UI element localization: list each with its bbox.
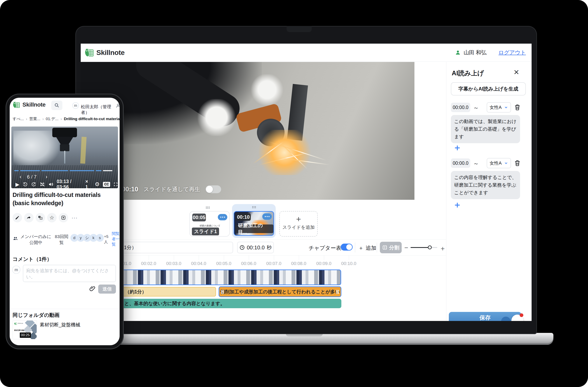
- view-count: 83回閲覧: [55, 233, 69, 245]
- comment-avatar: m: [12, 266, 20, 274]
- add-slide-button[interactable]: ＋ スライドを追加: [279, 211, 318, 237]
- ai-entry-text[interactable]: この動画では、製造業における「研磨加工の基礎」を学びます: [451, 115, 520, 143]
- slide2-drag-handle[interactable]: [252, 206, 253, 207]
- delete-entry-button[interactable]: [514, 104, 521, 111]
- avatar[interactable]: m: [72, 102, 79, 109]
- split-icon: [382, 245, 387, 250]
- add-entry-button[interactable]: ＋: [453, 144, 462, 151]
- prev-slide-button[interactable]: ‹: [20, 174, 21, 180]
- forward-5-icon[interactable]: 5: [31, 181, 36, 187]
- ai-entry-text[interactable]: この内容を理解することで、研磨加工に関する業務を学ぶことができます: [451, 171, 520, 199]
- favorite-button[interactable]: ☆: [47, 213, 57, 222]
- breadcrumb-item[interactable]: すべ...: [13, 116, 24, 122]
- save-button[interactable]: 保存: [449, 312, 521, 321]
- logout-link[interactable]: ログアウト: [499, 49, 526, 56]
- phone-bezel: Skillnote m 松田太郎（管理者） すべ... › 営業... › 01…: [5, 94, 124, 349]
- divider: [81, 255, 446, 256]
- download-button[interactable]: [59, 213, 68, 222]
- delete-entry-button[interactable]: [514, 159, 521, 167]
- no-repeat-icon[interactable]: [40, 181, 45, 187]
- ruler-tick: 00:06.0: [241, 261, 256, 266]
- paperclip-attach-button[interactable]: [89, 285, 96, 292]
- ruler-tick: 00:02.0: [141, 261, 156, 266]
- fullscreen-icon[interactable]: [113, 182, 118, 187]
- brand-name: Skillnote: [22, 101, 45, 108]
- caption-segment-orange-selected[interactable]: 切削加工や成形加工の後工程として行われることが多い: [219, 286, 341, 297]
- zoom-out-button[interactable]: −: [404, 244, 408, 252]
- close-icon[interactable]: ✕: [513, 68, 519, 76]
- share-button[interactable]: [24, 213, 34, 222]
- viewers-list-link[interactable]: 閲覧者一覧: [112, 231, 120, 247]
- slide1-more-button[interactable]: [218, 214, 227, 220]
- more-actions-button[interactable]: ⋯: [71, 214, 78, 221]
- play-through-toggle[interactable]: [206, 185, 221, 193]
- laptop-camera-notch: [287, 26, 312, 32]
- slide2-thumbnail: 00:10 研磨加工の目...: [234, 211, 274, 236]
- phone-user-name[interactable]: 松田太郎（管理者）: [81, 104, 120, 116]
- voice-select[interactable]: 女性A: [487, 102, 511, 113]
- slide2-time-badge: 00:10: [236, 213, 251, 221]
- split-label: 分割: [389, 244, 399, 251]
- video-progress-bar[interactable]: [14, 170, 112, 171]
- comment-input[interactable]: [23, 265, 116, 282]
- voice-value: 女性A: [490, 160, 502, 166]
- breadcrumb-item[interactable]: 01.デ...: [46, 116, 59, 122]
- svg-text:5: 5: [25, 183, 26, 186]
- range-tilde: ～: [473, 160, 479, 168]
- person-icon[interactable]: [116, 103, 120, 108]
- owl-logo-icon: [13, 101, 20, 108]
- video-glove: [196, 99, 237, 136]
- brand-name: Skillnote: [96, 49, 125, 57]
- zoom-slider-track[interactable]: [411, 247, 429, 248]
- translate-button[interactable]: 文 A: [36, 213, 45, 222]
- caption-segment-yellow[interactable]: （約1分）: [115, 287, 216, 296]
- add-chapter-button[interactable]: ＋ 追加: [358, 244, 376, 252]
- folder-video-thumbnail[interactable]: Skillnote 素材切断 旋盤機械 00:25: [13, 320, 37, 339]
- edit-button[interactable]: [13, 213, 22, 222]
- next-slide-button[interactable]: ›: [45, 174, 47, 180]
- ai-entry-row: 00:00.0 ～ 女性A: [446, 158, 532, 169]
- captions-button[interactable]: CC: [103, 182, 110, 187]
- video-filmstrip-track[interactable]: [115, 270, 341, 285]
- voice-select[interactable]: 女性A: [487, 158, 511, 168]
- chapter-title-input[interactable]: [112, 242, 233, 253]
- slide2-more-button[interactable]: [262, 213, 272, 220]
- same-folder-heading: 同じフォルダの動画: [13, 312, 60, 318]
- start-time-input[interactable]: 00:00.0: [451, 103, 470, 112]
- slide1-drag-handle[interactable]: [206, 207, 207, 207]
- divider: [10, 309, 120, 309]
- ruler-tick: 00:03.0: [166, 261, 181, 266]
- breadcrumb: すべ... › 営業... › 01.デ... › Drilling diffi…: [13, 116, 120, 122]
- zoom-slider-knob[interactable]: [428, 245, 432, 249]
- search-button[interactable]: [51, 101, 62, 110]
- slide-card-1[interactable]: 00:05 研磨の基礎について スライド1: [189, 211, 230, 237]
- duration-chip[interactable]: 00:10.0 秒: [237, 242, 274, 253]
- thumb-brand: Skillnote: [18, 323, 23, 324]
- zoom-in-button[interactable]: ＋: [439, 244, 446, 253]
- send-button[interactable]: 送信: [98, 285, 116, 294]
- ellipsis-icon: [220, 217, 221, 218]
- volume-icon[interactable]: [48, 181, 53, 187]
- rewind-5-icon[interactable]: 5: [23, 181, 28, 187]
- settings-gear-icon[interactable]: ⚙: [95, 181, 100, 188]
- download-icon: [61, 215, 66, 220]
- composite-canvas: Skillnote 山田 和弘 ログアウト: [0, 0, 588, 387]
- search-icon: [54, 103, 59, 108]
- playback-speed[interactable]: × 1: [85, 179, 91, 188]
- chapter-display-toggle[interactable]: [341, 244, 353, 251]
- phone-skillnote-logo: Skillnote: [13, 101, 45, 108]
- start-time-input[interactable]: 00:00.0: [451, 158, 470, 168]
- generate-from-subtitles-button[interactable]: 字幕からAI読み上げを生成: [451, 82, 526, 96]
- folder-video-title[interactable]: 素材切断_旋盤機械: [40, 322, 80, 328]
- avatar: s: [96, 234, 104, 242]
- add-entry-button[interactable]: ＋: [453, 201, 462, 208]
- trim-handle-right[interactable]: [336, 290, 337, 294]
- play-button[interactable]: ▶: [15, 181, 19, 187]
- phone-video-player[interactable]: ‹ 6 / 7 › ▶ 5 5: [11, 127, 118, 188]
- trim-handle-left[interactable]: [221, 290, 222, 294]
- slide-card-2-selected[interactable]: 00:10 研磨加工の目...: [232, 204, 276, 238]
- breadcrumb-item[interactable]: 営業...: [29, 116, 40, 122]
- divider: [81, 239, 446, 240]
- split-button[interactable]: 分割: [380, 242, 402, 253]
- caption-segment-teal[interactable]: と、基本的な使い方に関する内容となります。: [112, 299, 341, 308]
